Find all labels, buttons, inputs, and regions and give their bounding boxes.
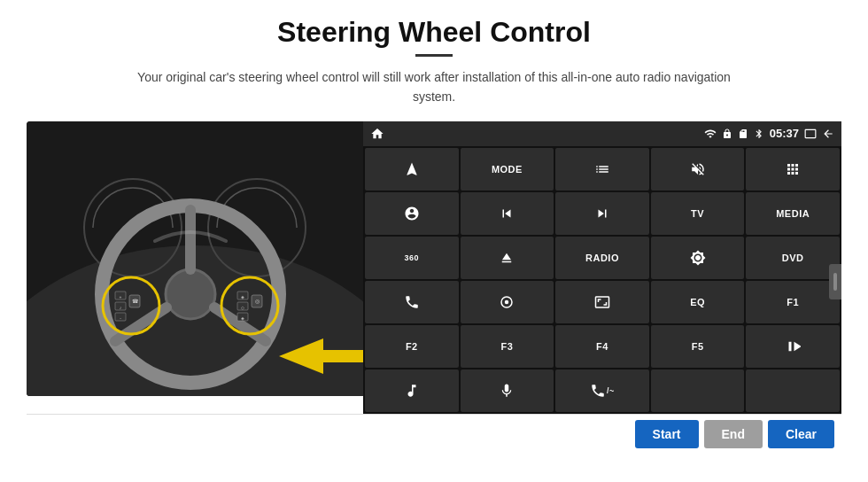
btn-tv[interactable]: TV <box>651 192 745 235</box>
btn-next[interactable] <box>555 192 649 235</box>
sd-icon <box>738 128 748 139</box>
btn-navi-circle[interactable] <box>461 281 554 323</box>
btn-list[interactable] <box>555 148 649 190</box>
btn-f3[interactable]: F3 <box>461 325 554 368</box>
btn-prev[interactable] <box>461 192 554 235</box>
btn-dvd[interactable]: DVD <box>746 237 840 279</box>
start-button[interactable]: Start <box>635 420 699 448</box>
btn-mode[interactable]: MODE <box>461 148 554 190</box>
btn-settings-circle[interactable] <box>365 192 459 235</box>
content-row: + ♪ - ☎ ◈ ◇ ◈ ◎ <box>27 121 841 414</box>
back-icon <box>822 128 834 140</box>
svg-text:◎: ◎ <box>255 299 260 304</box>
btn-f4[interactable]: F4 <box>555 325 649 368</box>
status-right: 05:37 <box>704 127 834 140</box>
title-divider <box>415 54 453 57</box>
control-button-grid: MODE TV <box>363 146 841 414</box>
scroll-handle[interactable] <box>829 264 841 299</box>
control-panel-wrapper: 05:37 MODE <box>363 121 841 414</box>
svg-point-29 <box>505 300 509 305</box>
btn-mute[interactable] <box>651 148 745 190</box>
clear-button[interactable]: Clear <box>768 420 834 448</box>
btn-f1[interactable]: F1 <box>746 281 840 323</box>
status-time: 05:37 <box>770 127 799 140</box>
svg-text:◈: ◈ <box>241 294 244 299</box>
steering-wheel-image: + ♪ - ☎ ◈ ◇ ◈ ◎ <box>27 121 363 396</box>
wifi-icon <box>704 128 717 140</box>
page-title: Steering Wheel Control <box>277 16 591 49</box>
btn-apps[interactable] <box>746 148 840 190</box>
btn-eject[interactable] <box>461 237 554 279</box>
svg-text:+: + <box>120 294 122 299</box>
svg-point-5 <box>166 269 215 319</box>
home-icon <box>370 127 384 141</box>
btn-music[interactable] <box>365 369 459 412</box>
lock-icon <box>722 128 732 139</box>
btn-radio[interactable]: RADIO <box>555 237 649 279</box>
btn-phone-call[interactable]: /~ <box>555 369 649 412</box>
btn-microphone[interactable] <box>461 369 554 412</box>
btn-navigate[interactable] <box>365 148 459 190</box>
btn-brightness[interactable] <box>651 237 745 279</box>
bluetooth-icon <box>754 128 764 139</box>
svg-text:☎: ☎ <box>132 299 139 304</box>
btn-f2[interactable]: F2 <box>365 325 459 368</box>
end-button[interactable]: End <box>704 420 763 448</box>
svg-text:◈: ◈ <box>241 315 244 321</box>
btn-row6-4[interactable] <box>651 369 745 412</box>
screen-icon <box>804 128 817 140</box>
btn-phone[interactable] <box>365 281 459 323</box>
btn-play-pause[interactable] <box>746 325 840 368</box>
status-bar: 05:37 <box>363 121 841 146</box>
page-container: Steering Wheel Control Your original car… <box>0 0 868 482</box>
svg-text:◇: ◇ <box>241 305 244 310</box>
page-subtitle: Your original car's steering wheel contr… <box>133 67 735 107</box>
btn-eq[interactable]: EQ <box>651 281 745 323</box>
status-left <box>370 127 384 141</box>
btn-row6-5[interactable] <box>746 369 840 412</box>
btn-media[interactable]: MEDIA <box>746 192 840 235</box>
btn-f5[interactable]: F5 <box>651 325 745 368</box>
bottom-buttons-bar: Start End Clear <box>27 414 841 455</box>
btn-360-car[interactable]: 360 <box>365 237 459 279</box>
btn-aspect-ratio[interactable] <box>555 281 649 323</box>
